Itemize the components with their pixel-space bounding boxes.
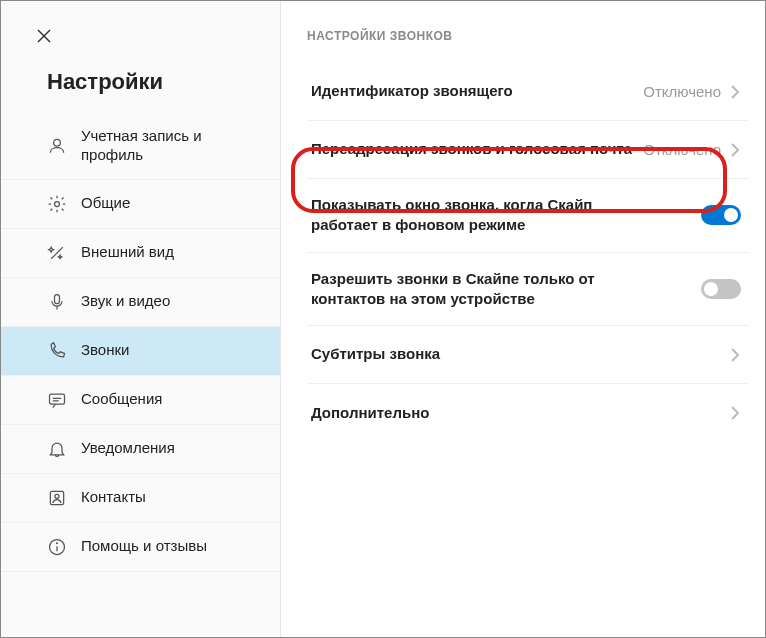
row-label: Дополнительно	[311, 403, 429, 423]
row-label: Идентификатор звонящего	[311, 81, 513, 101]
row-caller-id[interactable]: Идентификатор звонящего Отключено	[307, 63, 749, 121]
sidebar-item-label: Уведомления	[81, 439, 175, 458]
close-button[interactable]	[29, 21, 59, 51]
microphone-icon	[47, 292, 67, 312]
row-show-call-window: Показывать окно звонка, когда Скайп рабо…	[307, 179, 749, 253]
row-label: Субтитры звонка	[311, 344, 440, 364]
sidebar-item-audio-video[interactable]: Звук и видео	[1, 278, 280, 327]
toggle-show-call-window[interactable]	[701, 205, 741, 225]
row-subtitles[interactable]: Субтитры звонка	[307, 326, 749, 384]
row-right	[731, 406, 741, 420]
content-panel: НАСТРОЙКИ ЗВОНКОВ Идентификатор звонящег…	[281, 1, 765, 637]
toggle-contacts-only[interactable]	[701, 279, 741, 299]
sidebar-item-help[interactable]: Помощь и отзывы	[1, 523, 280, 572]
sidebar-item-label: Учетная запись и профиль	[81, 127, 262, 165]
sidebar-item-label: Общие	[81, 194, 130, 213]
svg-point-10	[55, 494, 59, 498]
svg-point-3	[55, 201, 60, 206]
sidebar-item-label: Звонки	[81, 341, 129, 360]
chevron-right-icon	[731, 406, 741, 420]
sidebar-item-label: Звук и видео	[81, 292, 170, 311]
phone-icon	[47, 341, 67, 361]
row-label: Переадресация звонков и голосовая почта	[311, 139, 632, 159]
sidebar-item-appearance[interactable]: Внешний вид	[1, 229, 280, 278]
chevron-right-icon	[731, 143, 741, 157]
sidebar-item-label: Внешний вид	[81, 243, 174, 262]
sidebar-item-account[interactable]: Учетная запись и профиль	[1, 113, 280, 180]
section-header: НАСТРОЙКИ ЗВОНКОВ	[307, 29, 749, 43]
svg-point-13	[57, 542, 58, 543]
sidebar-title: Настройки	[1, 63, 280, 113]
row-label: Показывать окно звонка, когда Скайп рабо…	[311, 195, 651, 236]
bell-icon	[47, 439, 67, 459]
close-icon	[36, 28, 52, 44]
row-value: Отключено	[643, 141, 721, 158]
chevron-right-icon	[731, 348, 741, 362]
row-right: Отключено	[643, 83, 741, 100]
sidebar-item-label: Сообщения	[81, 390, 162, 409]
person-icon	[47, 136, 67, 156]
sidebar-item-label: Помощь и отзывы	[81, 537, 207, 556]
chat-icon	[47, 390, 67, 410]
svg-rect-6	[50, 394, 65, 404]
sidebar: Настройки Учетная запись и профиль Общие…	[1, 1, 281, 637]
svg-point-2	[54, 139, 61, 146]
row-right: Отключено	[643, 141, 741, 158]
row-label: Разрешить звонки в Скайпе только от конт…	[311, 269, 651, 310]
row-right	[731, 348, 741, 362]
row-advanced[interactable]: Дополнительно	[307, 384, 749, 442]
sidebar-item-messaging[interactable]: Сообщения	[1, 376, 280, 425]
row-call-forwarding[interactable]: Переадресация звонков и голосовая почта …	[307, 121, 749, 179]
row-contacts-only: Разрешить звонки в Скайпе только от конт…	[307, 253, 749, 327]
row-value: Отключено	[643, 83, 721, 100]
chevron-right-icon	[731, 85, 741, 99]
sidebar-item-general[interactable]: Общие	[1, 180, 280, 229]
info-icon	[47, 537, 67, 557]
svg-rect-4	[55, 294, 60, 303]
gear-icon	[47, 194, 67, 214]
wand-icon	[47, 243, 67, 263]
sidebar-item-label: Контакты	[81, 488, 146, 507]
sidebar-item-calls[interactable]: Звонки	[1, 327, 280, 376]
row-right	[701, 279, 741, 299]
settings-window: Настройки Учетная запись и профиль Общие…	[0, 0, 766, 638]
row-right	[701, 205, 741, 225]
sidebar-item-contacts[interactable]: Контакты	[1, 474, 280, 523]
contacts-icon	[47, 488, 67, 508]
sidebar-item-notifications[interactable]: Уведомления	[1, 425, 280, 474]
